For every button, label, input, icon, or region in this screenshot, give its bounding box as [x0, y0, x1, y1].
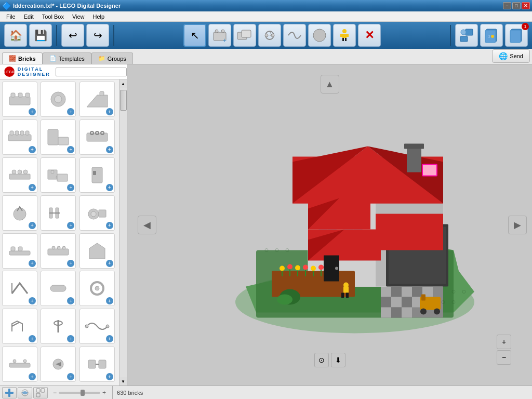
svg-rect-16: [466, 29, 473, 35]
svg-point-45: [12, 170, 16, 174]
menu-edit[interactable]: Edit: [20, 12, 38, 21]
list-item[interactable]: +: [41, 271, 76, 306]
canvas-area[interactable]: ▲ ◀ ▶: [127, 64, 532, 385]
svg-point-74: [85, 325, 88, 328]
steps-button[interactable]: 1: [505, 24, 528, 47]
add-brick-3-btn[interactable]: +: [106, 108, 113, 115]
list-item[interactable]: +: [41, 157, 76, 193]
list-item[interactable]: +: [41, 119, 76, 155]
nav-right-button[interactable]: ▶: [508, 216, 527, 234]
paint-button[interactable]: [308, 24, 331, 47]
list-item[interactable]: +: [79, 271, 115, 306]
minifig-button[interactable]: [333, 24, 356, 47]
zoom-slider-handle[interactable]: [81, 390, 85, 396]
scroll-thumb[interactable]: [120, 90, 127, 111]
list-item[interactable]: +: [41, 82, 76, 117]
add-brick-13-btn[interactable]: +: [29, 260, 36, 267]
view-mode-button[interactable]: [455, 24, 478, 47]
add-brick-button[interactable]: +: [208, 24, 231, 47]
search-input[interactable]: [56, 68, 127, 76]
menu-toolbox[interactable]: Tool Box: [38, 12, 68, 21]
flex-button[interactable]: [283, 24, 306, 47]
svg-rect-153: [346, 293, 349, 298]
add-brick-15-btn[interactable]: +: [106, 260, 113, 267]
maximize-button[interactable]: □: [512, 2, 521, 9]
svg-point-64: [52, 246, 55, 249]
list-item[interactable]: +: [79, 119, 115, 155]
save-button[interactable]: 💾: [29, 24, 52, 47]
building-guide-button[interactable]: 1: [480, 24, 503, 47]
select-tool-button[interactable]: ↖: [183, 24, 206, 47]
bottom-add-tool-button[interactable]: [2, 387, 17, 398]
list-item[interactable]: +: [41, 347, 76, 382]
zoom-in-button[interactable]: +: [497, 335, 511, 349]
add-brick-2-btn[interactable]: +: [67, 108, 74, 115]
add-brick-5-btn[interactable]: +: [67, 146, 74, 153]
add-brick-19-btn[interactable]: +: [29, 335, 36, 342]
nav-up-button[interactable]: ▲: [321, 75, 339, 94]
svg-point-47: [23, 170, 28, 174]
add-brick-11-btn[interactable]: +: [67, 222, 74, 229]
add-brick-22-btn[interactable]: +: [29, 373, 36, 380]
svg-rect-26: [11, 93, 15, 97]
close-button[interactable]: ✕: [522, 2, 530, 9]
list-item[interactable]: +: [2, 347, 37, 382]
list-item[interactable]: +: [41, 233, 76, 269]
add-brick-7-btn[interactable]: +: [29, 184, 36, 191]
reset-camera-button[interactable]: ⊙: [314, 353, 329, 367]
list-item[interactable]: +: [2, 157, 37, 193]
menu-file[interactable]: File: [2, 12, 20, 21]
svg-rect-81: [99, 360, 106, 368]
add-brick-24-btn[interactable]: +: [106, 373, 113, 380]
list-item[interactable]: +: [2, 195, 37, 231]
tab-templates[interactable]: 📄 Templates: [43, 52, 91, 64]
menu-help[interactable]: Help: [89, 12, 109, 21]
list-item[interactable]: +: [2, 309, 37, 344]
list-item[interactable]: +: [79, 309, 115, 344]
clone-button[interactable]: [233, 24, 256, 47]
window-controls[interactable]: – □ ✕: [503, 2, 530, 9]
add-brick-17-btn[interactable]: +: [67, 297, 74, 304]
list-item[interactable]: +: [79, 82, 115, 117]
minimize-button[interactable]: –: [503, 2, 511, 9]
add-brick-6-btn[interactable]: +: [106, 146, 113, 153]
list-item[interactable]: +: [79, 233, 115, 269]
list-item[interactable]: +: [41, 309, 76, 344]
list-item[interactable]: +: [79, 195, 115, 231]
hinge-button[interactable]: [258, 24, 281, 47]
list-item[interactable]: +: [2, 271, 37, 306]
bottom-view-tool-button[interactable]: [33, 387, 48, 398]
brick-scrollbar[interactable]: ▲ ▼: [119, 79, 127, 385]
add-brick-12-btn[interactable]: +: [106, 222, 113, 229]
add-brick-10-btn[interactable]: +: [29, 222, 36, 229]
zoom-out-button[interactable]: −: [497, 350, 511, 365]
list-item[interactable]: +: [2, 119, 37, 155]
add-brick-4-btn[interactable]: +: [29, 146, 36, 153]
list-item[interactable]: +: [2, 233, 37, 269]
zoom-slider[interactable]: [59, 392, 100, 394]
add-brick-1-btn[interactable]: +: [29, 108, 36, 115]
add-brick-18-btn[interactable]: +: [106, 297, 113, 304]
list-item[interactable]: +: [79, 347, 115, 382]
redo-button[interactable]: ↪: [86, 24, 109, 47]
tab-groups[interactable]: 📁 Groups: [91, 52, 133, 64]
add-brick-9-btn[interactable]: +: [106, 184, 113, 191]
add-brick-14-btn[interactable]: +: [67, 260, 74, 267]
nav-left-button[interactable]: ◀: [138, 216, 156, 234]
add-brick-8-btn[interactable]: +: [67, 184, 74, 191]
send-button[interactable]: 🌐 Send: [492, 49, 530, 63]
list-item[interactable]: +: [41, 195, 76, 231]
add-brick-21-btn[interactable]: +: [106, 335, 113, 342]
list-item[interactable]: +: [79, 157, 115, 193]
add-brick-16-btn[interactable]: +: [29, 297, 36, 304]
home-button[interactable]: 🏠: [4, 24, 27, 47]
menu-view[interactable]: View: [68, 12, 89, 21]
add-brick-23-btn[interactable]: +: [67, 373, 74, 380]
add-brick-20-btn[interactable]: +: [67, 335, 74, 342]
list-item[interactable]: +: [2, 82, 37, 117]
center-view-button[interactable]: ⬇: [331, 353, 345, 367]
undo-button[interactable]: ↩: [61, 24, 84, 47]
tab-bricks[interactable]: 🧱 Bricks: [2, 52, 43, 64]
bottom-color-tool-button[interactable]: [18, 387, 32, 398]
delete-button[interactable]: ✕: [358, 24, 381, 47]
